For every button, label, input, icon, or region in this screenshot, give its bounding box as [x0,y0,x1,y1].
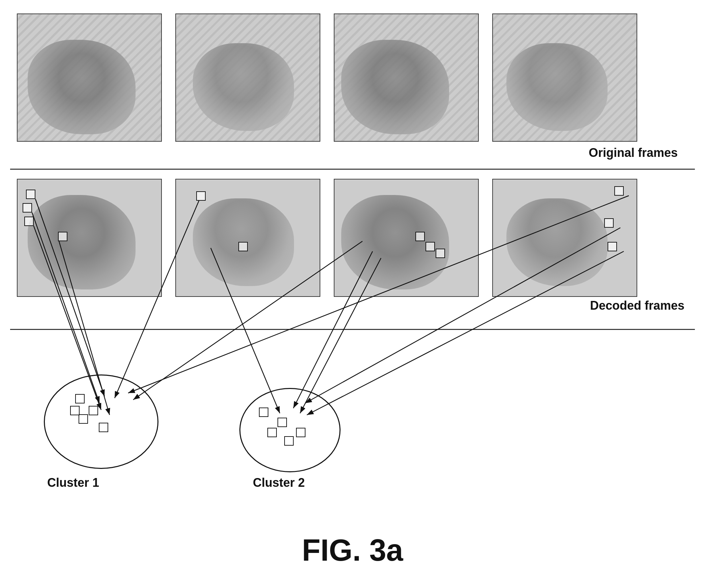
original-frame-1 [17,13,162,142]
divider-line [10,169,695,170]
cluster-1-label: Cluster 1 [47,476,99,490]
original-frame-2 [175,13,320,142]
original-frames-label: Original frames [17,146,684,160]
cluster-2-ellipse [239,388,341,472]
cluster-1-ellipse [44,374,158,469]
original-frame-3 [334,13,479,142]
decoded-frame-4 [492,179,637,297]
decoded-frames-label: Decoded frames [590,299,684,313]
original-frames-row [17,13,684,142]
decoded-frame-2 [175,179,320,297]
original-frame-4 [492,13,637,142]
decoded-frames-section: Decoded frames [17,179,684,297]
page: Original frames [0,0,705,588]
decoded-frame-3 [334,179,479,297]
cluster-2-label: Cluster 2 [253,476,305,490]
figure-label: FIG. 3a [0,533,705,568]
decoded-frame-1 [17,179,162,297]
clusters-area: Cluster 1 Cluster 2 [17,364,684,493]
original-frames-section: Original frames [17,13,684,160]
decoded-frames-row [17,179,684,297]
divider-line-2 [10,329,695,330]
